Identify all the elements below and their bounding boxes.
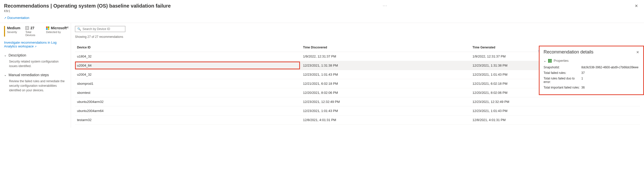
total-devices-label: Total Devices (25, 31, 41, 37)
sidebar: « Medium Severity 27 Total Devices Micro… (0, 23, 71, 128)
total-devices-value: 27 (30, 26, 34, 30)
documentation-link-row: ↗Documentation (0, 15, 644, 23)
page-title: Recommendations | Operating system (OS) … (4, 3, 640, 9)
cell-device-id: u1804_32 (75, 52, 301, 61)
property-value: 36 (581, 86, 639, 89)
page-header: Recommendations | Operating system (OS) … (0, 0, 644, 15)
cell-device-id: testarm32 (75, 116, 301, 125)
property-key: SnapshotId: (544, 66, 581, 69)
remediation-title: Manual remediation steps (9, 73, 49, 77)
external-link-icon: ↗ (34, 45, 36, 48)
cell-time-generated: 12/23/2021, 1:01:43 PM (471, 106, 640, 116)
property-value: 8dc9c538-3962-4600-abd9-c7b66dc09eee (581, 66, 639, 69)
cell-time-generated: 12/8/2021, 4:01:31 PM (471, 116, 640, 125)
cell-time-discovered: 12/21/2021, 6:02:18 PM (301, 79, 471, 88)
cell-time-discovered: 12/23/2021, 1:01:43 PM (301, 70, 471, 79)
content-area: 🔍 Showing 27 of 27 recommendations Devic… (71, 23, 644, 128)
chevron-down-icon: ⌄ (4, 53, 7, 57)
property-row: SnapshotId:8dc9c538-3962-4600-abd9-c7b66… (544, 66, 639, 69)
severity-label: Severity (7, 31, 20, 34)
table-row[interactable]: ubuntu2004arm3212/23/2021, 12:32:49 PM12… (75, 97, 640, 106)
documentation-link[interactable]: ↗Documentation (4, 16, 29, 20)
description-body: Security related system configuration is… (4, 59, 67, 68)
remediation-body: Review the failed rules and remediate th… (4, 79, 67, 93)
description-toggle[interactable]: ⌄ Description (4, 53, 67, 57)
close-icon[interactable]: ✕ (633, 3, 640, 9)
property-value: 1 (581, 77, 639, 84)
cell-time-discovered: 1/9/2022, 12:31:37 PM (301, 52, 471, 61)
results-count: Showing 27 of 27 recommendations (75, 35, 640, 39)
external-link-icon: ↗ (4, 16, 6, 19)
severity-stat: Medium Severity (4, 26, 20, 37)
stats-row: Medium Severity 27 Total Devices Microso… (4, 26, 67, 37)
search-box[interactable]: 🔍 (75, 26, 125, 32)
total-devices-stat: 27 Total Devices (25, 26, 41, 37)
more-menu-icon[interactable]: ··· (383, 4, 387, 8)
cell-time-discovered: 12/23/2021, 1:31:38 PM (301, 61, 471, 70)
properties-label: Properties (554, 59, 569, 63)
severity-value: Medium (7, 26, 20, 30)
table-row[interactable]: ubuntu2004arm6412/23/2021, 1:01:43 PM12/… (75, 106, 640, 116)
investigate-link-label: Investigate recommendations in Log Analy… (4, 41, 57, 48)
property-key: Total failed rules: (544, 71, 581, 75)
property-row: Total failed rules:37 (544, 71, 639, 75)
property-row: Total rules failed duo to error:1 (544, 77, 639, 84)
microsoft-logo-icon (46, 26, 49, 30)
detected-by-label: Detected by (46, 31, 67, 34)
description-section: ⌄ Description Security related system co… (4, 53, 67, 68)
cell-time-generated: 12/23/2021, 12:32:49 PM (471, 97, 640, 106)
remediation-section: ⌄ Manual remediation steps Review the fa… (4, 73, 67, 93)
detected-by-value: Microsoft (51, 26, 67, 30)
properties-list: SnapshotId:8dc9c538-3962-4600-abd9-c7b66… (544, 66, 639, 89)
col-time-discovered[interactable]: Time Discovered (301, 43, 471, 52)
search-input[interactable] (83, 27, 123, 31)
col-device-id[interactable]: Device ID (75, 43, 301, 52)
details-pane-wrapper: Recommendation details ✕ ⌄ Properties Sn… (538, 46, 644, 53)
cell-time-discovered: 12/8/2021, 4:01:31 PM (301, 116, 471, 125)
properties-grid-icon (548, 59, 552, 63)
details-close-icon[interactable]: ✕ (636, 50, 639, 54)
cell-device-id: sbomtest (75, 88, 301, 97)
details-title: Recommendation details (544, 49, 593, 55)
cell-device-id: sbomprod1 (75, 79, 301, 88)
documentation-label: Documentation (7, 16, 29, 20)
cell-device-id: u2004_32 (75, 70, 301, 79)
property-value: 37 (581, 71, 639, 75)
description-title: Description (9, 53, 26, 57)
search-icon: 🔍 (77, 27, 81, 31)
chip-icon (25, 26, 29, 30)
remediation-toggle[interactable]: ⌄ Manual remediation steps (4, 73, 67, 77)
detected-by-stat: Microsoft Detected by (46, 26, 67, 37)
main-layout: « Medium Severity 27 Total Devices Micro… (0, 23, 644, 128)
property-key: Total important failed rules: (544, 86, 581, 89)
cell-time-discovered: 12/20/2021, 8:02:06 PM (301, 88, 471, 97)
cell-time-discovered: 12/23/2021, 1:01:43 PM (301, 106, 471, 116)
property-row: Total important failed rules:36 (544, 86, 639, 89)
selection-highlight (75, 62, 300, 69)
cell-device-id: ubuntu2004arm32 (75, 97, 301, 106)
table-row[interactable]: testarm3212/8/2021, 4:01:31 PM12/8/2021,… (75, 116, 640, 125)
recommendation-details-panel: Recommendation details ✕ ⌄ Properties Sn… (539, 46, 644, 95)
cell-device-id: u2004_64 (75, 61, 301, 70)
chevron-down-icon: ⌄ (4, 73, 7, 77)
property-key: Total rules failed duo to error: (544, 77, 581, 84)
page-subtitle: Kfir1 (4, 9, 640, 13)
cell-time-discovered: 12/23/2021, 12:32:49 PM (301, 97, 471, 106)
investigate-link[interactable]: Investigate recommendations in Log Analy… (4, 41, 67, 48)
properties-toggle[interactable]: ⌄ Properties (544, 59, 639, 63)
cell-device-id: ubuntu2004arm64 (75, 106, 301, 116)
chevron-down-icon: ⌄ (544, 59, 546, 63)
collapse-sidebar-icon[interactable]: « (66, 25, 69, 30)
